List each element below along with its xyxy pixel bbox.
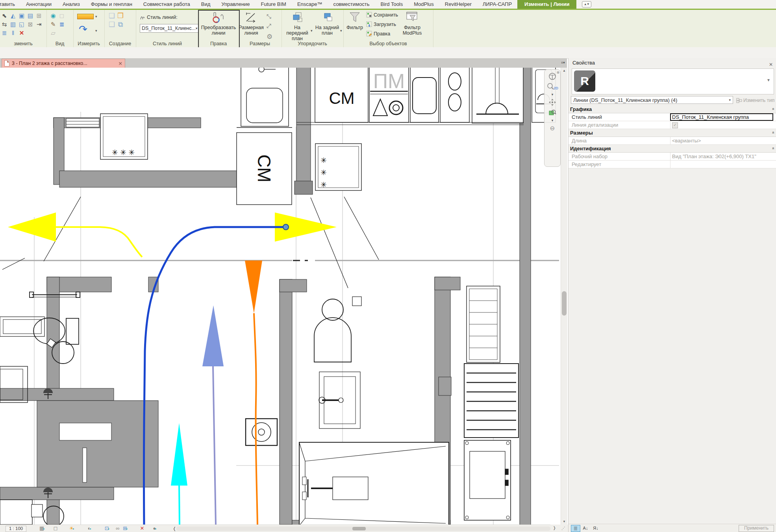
temporary-hide-icon[interactable]: ●: [153, 525, 156, 531]
join-icon[interactable]: ⊞: [35, 11, 43, 20]
view-tab-list-button[interactable]: ≡▾: [560, 59, 566, 66]
view-tab-active[interactable]: 3 - План 2 этажа с расстановко... ✕: [2, 59, 125, 68]
row-line-style[interactable]: Стиль линий DS_Поток_11_Клиенская группа: [569, 113, 776, 121]
hscroll-thumb[interactable]: [352, 527, 366, 530]
crop-view-icon[interactable]: ⊡: [105, 525, 109, 531]
row-edited-by[interactable]: Редактирует: [569, 161, 776, 168]
create-parts-icon[interactable]: ⧉: [116, 20, 125, 29]
mirror-icon[interactable]: ◭: [9, 11, 17, 20]
type-preview[interactable]: R: [572, 68, 774, 94]
show-crop-icon[interactable]: ⊞: [123, 525, 127, 531]
tab-analyze[interactable]: Анализ: [57, 0, 85, 9]
pan-right-icon[interactable]: ❭: [553, 526, 556, 530]
sort-descending-icon[interactable]: Я↓: [591, 525, 600, 531]
bring-front-caret-icon[interactable]: ▾: [311, 29, 313, 33]
cut-geometry-icon[interactable]: ▤: [26, 11, 35, 20]
row-detail-line[interactable]: Линия детализации ✓: [569, 121, 776, 129]
detail-level-icon[interactable]: ▦: [39, 525, 44, 531]
drawing-area[interactable]: ✳ ✳ ✳ ✳ ✳ ✳: [0, 68, 561, 525]
copy-icon[interactable]: ▥: [9, 20, 17, 29]
measure-dropdown-icon[interactable]: ▾: [95, 15, 97, 18]
floor-plan[interactable]: ✳ ✳ ✳ ✳ ✳ ✳: [0, 68, 561, 525]
row-length[interactable]: Длина <варианты>: [569, 137, 776, 145]
delete-icon[interactable]: ✕: [17, 29, 26, 37]
vscroll-thumb[interactable]: [562, 291, 567, 316]
pin-icon[interactable]: ⊠: [26, 20, 35, 29]
lightbulb-icon[interactable]: ◉: [49, 11, 57, 20]
visual-style-icon[interactable]: ◻: [51, 525, 60, 532]
edit-type-button[interactable]: Изменить тип: [736, 96, 775, 105]
tab-bird-tools[interactable]: Bird Tools: [375, 0, 408, 9]
pan-icon[interactable]: [544, 97, 560, 107]
section-dimensions[interactable]: Размеры»: [569, 129, 776, 137]
tab-lira-sapr[interactable]: ЛИРА-САПР: [477, 0, 517, 9]
tab-future-bim[interactable]: Future BIM: [256, 0, 292, 9]
gear-icon[interactable]: ⚙: [267, 33, 272, 41]
create-similar-icon[interactable]: ❐: [116, 11, 125, 20]
ghost-box-icon[interactable]: ▱: [49, 29, 57, 37]
tab-revithelper[interactable]: RevitHelper: [439, 0, 477, 9]
sort-ascending-icon[interactable]: А↓: [581, 525, 590, 531]
hidden-elements-icon[interactable]: ∞: [113, 525, 122, 532]
preview-caret-icon[interactable]: ▼: [767, 78, 770, 82]
filter-save-button[interactable]: Сохранить: [366, 12, 398, 18]
filter-modplus-button[interactable]: Фильтр ModPlus: [399, 11, 425, 36]
split-icon[interactable]: ‖: [9, 29, 17, 37]
tab-compatibility[interactable]: совместимость: [328, 0, 375, 9]
properties-header[interactable]: Свойства ✕: [569, 58, 776, 68]
shadows-icon[interactable]: ◐: [88, 525, 91, 531]
linework-icon[interactable]: ≣: [57, 20, 66, 29]
zoom-out-icon[interactable]: ⊖: [544, 123, 560, 133]
ribbon-collapse-button[interactable]: ▴ ▾: [582, 1, 591, 7]
scale-button[interactable]: 1 : 100: [6, 526, 26, 532]
send-back-caret-icon[interactable]: ▾: [340, 29, 342, 33]
section-graphics[interactable]: Графика»: [569, 105, 776, 113]
filter-button[interactable]: Фильтр: [346, 11, 364, 30]
analytical-model-icon[interactable]: ✕: [138, 525, 146, 532]
tab-annotate[interactable]: Аннотации: [20, 0, 57, 9]
move-icon[interactable]: ⇆: [0, 20, 9, 29]
tab-insert[interactable]: тавить: [0, 0, 20, 9]
ruler-icon[interactable]: [77, 14, 94, 19]
tab-enscape[interactable]: Enscape™: [292, 0, 328, 9]
navbar-caret-2[interactable]: ▾: [544, 118, 560, 123]
scroll-down-icon[interactable]: ▼: [561, 519, 567, 525]
create-assembly-icon[interactable]: ❑: [107, 20, 116, 29]
combo-caret-icon[interactable]: ▾: [196, 26, 198, 30]
dimension-line-button[interactable]: Размерная линия: [239, 11, 263, 36]
dim-angular-icon[interactable]: ⤢: [267, 22, 271, 30]
create-group-icon[interactable]: ❏: [107, 11, 116, 20]
row-workset[interactable]: Рабочий набор Вид "План этажа: Э02(+6,90…: [569, 153, 776, 161]
scroll-up-icon[interactable]: ▲: [561, 68, 567, 74]
send-to-back-button[interactable]: На задний план: [315, 11, 340, 36]
navbar-caret-1[interactable]: ▾: [544, 92, 560, 97]
type-selector[interactable]: Линии (DS_Поток_11_Клиенская группа) (4)…: [571, 96, 733, 104]
filter-load-button[interactable]: Загрузить: [366, 21, 396, 27]
detail-line-checkbox[interactable]: ✓: [672, 122, 678, 128]
view-tab-close-icon[interactable]: ✕: [119, 61, 122, 66]
resize-grip-icon[interactable]: ⋰: [561, 526, 566, 530]
offset-icon[interactable]: ⇥: [35, 20, 43, 29]
bring-to-front-button[interactable]: На передний план: [283, 11, 311, 41]
vertical-scrollbar[interactable]: ▲ ▼: [561, 68, 567, 525]
tab-manage[interactable]: Управление: [216, 0, 255, 9]
navbar-close-icon[interactable]: ⊗: [556, 70, 559, 74]
dim-aligned-icon[interactable]: ⤡: [267, 13, 271, 20]
properties-close-icon[interactable]: ✕: [769, 60, 773, 69]
line-style-edit-field[interactable]: DS_Поток_11_Клиенская группа: [670, 113, 773, 121]
properties-list-icon[interactable]: ☰: [571, 525, 580, 532]
tab-massing-site[interactable]: Формы и генплан: [85, 0, 138, 9]
cope-icon[interactable]: ▣: [17, 11, 26, 20]
sun-path-icon[interactable]: ☀: [69, 525, 74, 531]
section-identity[interactable]: Идентификация»: [569, 145, 776, 153]
tab-modplus[interactable]: ModPlus: [408, 0, 439, 9]
apply-button[interactable]: Применить: [739, 525, 774, 532]
convert-lines-button[interactable]: Преобразовать линии: [201, 11, 236, 36]
select-icon[interactable]: ⬉: [0, 11, 9, 20]
zoom-region-icon[interactable]: [544, 107, 560, 118]
align-icon[interactable]: ≣: [0, 29, 9, 37]
arc-measure-icon[interactable]: ↷: [79, 23, 87, 35]
tab-collaborate[interactable]: Совместная работа: [138, 0, 196, 9]
rotate-icon[interactable]: ◱: [17, 20, 26, 29]
tab-modify-lines-active[interactable]: Изменить | Линии: [517, 0, 576, 9]
